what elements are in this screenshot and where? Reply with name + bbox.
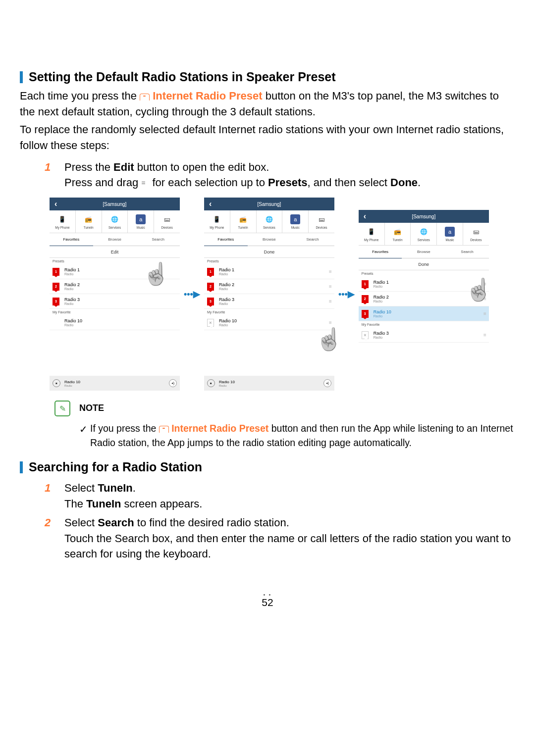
drag-handle-icon[interactable]: ≡ [329, 284, 331, 289]
source-music[interactable]: aMusic [437, 223, 463, 245]
tab-favorites[interactable]: Favorites [50, 233, 93, 246]
step-number: 1 [45, 159, 51, 175]
screenshot-row: ‹ [Samsung] 📱My Phone 📻TuneIn 🌐Services … [50, 198, 515, 391]
preset-badge-icon: 1 [207, 268, 214, 276]
now-playing-bar[interactable]: ■ Radio 10Radio ◂) [50, 376, 180, 391]
step-1: 1 Press the Edit button to open the edit… [45, 159, 515, 191]
drag-handle-icon [141, 174, 149, 179]
screen-title: [Samsung] [103, 202, 127, 207]
drag-handle-icon[interactable]: ≡ [329, 320, 331, 325]
preset-item-2[interactable]: 2Radio 2Radio≡ [204, 279, 334, 294]
heading-bar-icon [20, 461, 23, 473]
section-heading: Setting the Default Radio Stations in Sp… [20, 69, 515, 84]
source-devices[interactable]: 🖴Devices [154, 210, 180, 233]
note-block: ✎ NOTE [54, 401, 515, 416]
section1-paragraph2: To replace the randomly selected default… [20, 122, 515, 153]
note-pencil-icon: ✎ [54, 401, 70, 416]
pointer-hand-icon: ☝ [465, 277, 492, 302]
preset-item-3[interactable]: 3Radio 3Radio [50, 294, 180, 309]
tab-favorites[interactable]: Favorites [204, 233, 248, 246]
preset-label: Internet Radio Preset [153, 90, 262, 102]
preset-badge-icon: 2 [207, 283, 214, 291]
tab-search[interactable]: Search [136, 233, 180, 246]
remove-icon[interactable]: × [207, 319, 214, 327]
stop-icon[interactable]: ■ [207, 379, 215, 387]
page-number: • • 52 [20, 592, 515, 608]
preset-badge-icon: 2 [362, 295, 369, 303]
source-tunein[interactable]: 📻TuneIn [230, 210, 257, 233]
tab-favorites[interactable]: Favorites [359, 246, 402, 258]
section2-title-text: Searching for a Radio Station [29, 460, 202, 474]
preset-item-1[interactable]: 1Radio 1Radio≡ [204, 264, 334, 279]
tab-browse[interactable]: Browse [402, 246, 445, 258]
now-playing-bar[interactable]: ■ Radio 10Radio ◂) [204, 376, 334, 391]
done-button[interactable]: Done [204, 246, 334, 258]
remove-icon[interactable]: × [362, 331, 369, 339]
step-2: 2 Select Search to find the desired radi… [45, 515, 515, 562]
preset-item-3[interactable]: 3Radio 3Radio≡ [204, 294, 334, 309]
source-myphone[interactable]: 📱My Phone [204, 210, 230, 233]
section-heading-2: Searching for a Radio Station [20, 459, 515, 474]
steps-list-2: 1 Select TuneIn. The TuneIn screen appea… [45, 480, 515, 562]
source-music[interactable]: aMusic [282, 210, 309, 233]
preset-badge-icon: 1 [53, 268, 59, 276]
stop-icon[interactable]: ■ [53, 379, 60, 387]
preset-item-3-highlighted[interactable]: 3Radio 10Radio≡ [359, 306, 489, 321]
tab-row: Favorites Browse Search [50, 233, 180, 246]
tab-search[interactable]: Search [291, 233, 334, 246]
source-services[interactable]: 🌐Services [257, 210, 283, 233]
tab-browse[interactable]: Browse [248, 233, 291, 246]
phone-screenshot-2: ‹[Samsung] 📱My Phone 📻TuneIn 🌐Services a… [204, 198, 334, 391]
speaker-preset-icon [140, 94, 150, 101]
drag-handle-icon[interactable]: ≡ [329, 299, 331, 304]
drag-handle-icon[interactable]: ≡ [483, 332, 486, 338]
step-number: 1 [45, 480, 51, 496]
tab-browse[interactable]: Browse [93, 233, 137, 246]
note-item: If you press the Internet Radio Preset b… [79, 421, 515, 450]
source-tunein[interactable]: 📻TuneIn [76, 210, 102, 233]
back-chevron-icon[interactable]: ‹ [364, 212, 366, 221]
done-button[interactable]: Done [359, 258, 489, 270]
favorite-item[interactable]: ×Radio 10Radio≡ [204, 315, 334, 330]
tab-search[interactable]: Search [445, 246, 489, 258]
step-1: 1 Select TuneIn. The TuneIn screen appea… [45, 480, 515, 512]
source-devices[interactable]: 🖴Devices [309, 210, 334, 233]
source-myphone[interactable]: 📱My Phone [50, 210, 76, 233]
myfavorite-label: My Favorite [50, 309, 180, 315]
source-tunein[interactable]: 📻TuneIn [385, 223, 411, 245]
drag-handle-icon[interactable]: ≡ [329, 269, 331, 274]
source-music[interactable]: aMusic [128, 210, 154, 233]
favorite-item[interactable]: ×Radio 3Radio≡ [359, 328, 489, 343]
preset-badge-icon: 2 [53, 283, 59, 291]
pointer-hand-icon: ☝ [316, 326, 343, 352]
source-myphone[interactable]: 📱My Phone [359, 223, 385, 245]
preset-badge-icon: 1 [362, 280, 369, 288]
screen-header: ‹ [Samsung] [50, 198, 180, 210]
source-devices[interactable]: 🖴Devices [463, 223, 489, 245]
source-services[interactable]: 🌐Services [102, 210, 128, 233]
edit-button[interactable]: Edit [50, 246, 180, 258]
source-tabs: 📱My Phone 📻TuneIn 🌐Services aMusic 🖴Devi… [50, 210, 180, 233]
back-chevron-icon[interactable]: ‹ [54, 200, 57, 208]
arrow-icon: •••▶ [184, 289, 200, 300]
volume-icon[interactable]: ◂) [169, 379, 177, 387]
speaker-preset-icon [159, 426, 169, 433]
preset-badge-icon: 3 [53, 298, 59, 305]
arrow-icon: •••▶ [338, 289, 355, 300]
drag-handle-icon[interactable]: ≡ [483, 311, 486, 316]
preset-badge-icon: 3 [362, 310, 369, 318]
note-list: If you press the Internet Radio Preset b… [79, 421, 515, 450]
phone-screenshot-3: ‹[Samsung] 📱My Phone 📻TuneIn 🌐Services a… [359, 210, 489, 378]
pointer-hand-icon: ☝ [143, 261, 170, 287]
source-services[interactable]: 🌐Services [411, 223, 437, 245]
steps-list: 1 Press the Edit button to open the edit… [45, 159, 515, 191]
section-title-text: Setting the Default Radio Stations in Sp… [29, 70, 336, 84]
step-number: 2 [45, 515, 51, 531]
volume-icon[interactable]: ◂) [323, 379, 331, 387]
preset-badge-icon: 3 [207, 298, 214, 305]
note-label: NOTE [79, 403, 104, 413]
back-chevron-icon[interactable]: ‹ [209, 200, 212, 208]
favorite-item[interactable]: Radio 10Radio [50, 315, 180, 330]
section1-paragraph: Each time you press the Internet Radio P… [20, 88, 515, 120]
phone-screenshot-1: ‹ [Samsung] 📱My Phone 📻TuneIn 🌐Services … [50, 198, 180, 391]
